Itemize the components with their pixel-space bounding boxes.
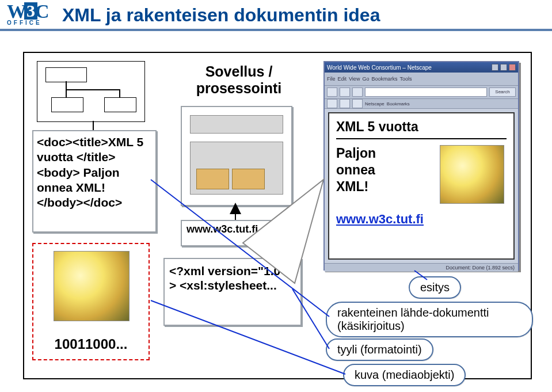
process-swatch [232, 169, 265, 189]
structure-schematic [37, 61, 145, 122]
process-window [181, 106, 292, 206]
logo-subtext: OFFICE [7, 20, 58, 26]
browser-statusbar: Document: Done (1.892 secs) [325, 263, 518, 272]
browser-menubar: FileEditViewGoBookmarksTools [325, 73, 518, 86]
rendered-rose-image [440, 145, 504, 204]
radio-icon[interactable] [352, 99, 363, 108]
min-icon[interactable] [492, 64, 498, 71]
callout-esitys: esitys [409, 276, 461, 299]
browser-toolbar: Search [325, 86, 518, 99]
process-url: www.w3c.tut.fi [186, 223, 258, 235]
xml-source-code: <doc><title>XML 5 vuotta </title> <body>… [37, 135, 152, 210]
callout-tyyli: tyyli (formatointi) [326, 338, 433, 361]
browser-linkbar: Netscape Bookmarks [325, 99, 518, 109]
schematic-node [51, 97, 83, 112]
callout-kuva: kuva (mediaobjekti) [343, 364, 466, 386]
xsl-style-box: <?xml version="1.0"?> <xsl:stylesheet... [163, 258, 302, 326]
xml-source-box: <doc><title>XML 5 vuotta </title> <body>… [32, 130, 157, 233]
rendered-body: Paljon onnea XML! [336, 145, 405, 195]
process-stub [190, 115, 283, 134]
search-button[interactable]: Search [489, 87, 516, 97]
forward-icon[interactable] [340, 87, 350, 97]
status-right: Document: Done (1.892 secs) [446, 265, 515, 271]
media-binary-box: 10011000... [32, 243, 150, 360]
mail-icon[interactable] [340, 99, 350, 108]
address-bar[interactable] [365, 87, 487, 97]
rendered-page: XML 5 vuotta Paljon onnea XML! www.w3c.t… [328, 112, 515, 260]
binary-value: 10011000... [33, 336, 149, 352]
max-icon[interactable] [500, 64, 507, 71]
schematic-node [45, 67, 87, 82]
browser-titlebar: World Wide Web Consortium – Netscape [325, 62, 518, 73]
header-rule [0, 29, 552, 31]
browser-window: World Wide Web Consortium – Netscape Fil… [323, 61, 519, 271]
xsl-style-code: <?xml version="1.0"?> <xsl:stylesheet... [169, 264, 296, 292]
close-icon[interactable] [509, 64, 516, 71]
browser-title: World Wide Web Consortium – Netscape [327, 64, 490, 71]
diagram-canvas: <doc><title>XML 5 vuotta </title> <body>… [23, 52, 532, 379]
w3c-office-logo: W3C OFFICE [7, 2, 58, 29]
process-url-box: www.w3c.tut.fi [181, 220, 302, 246]
schematic-node [104, 97, 136, 112]
back-icon[interactable] [327, 87, 337, 97]
process-stub [190, 142, 283, 195]
home-icon[interactable] [327, 99, 337, 108]
reload-icon[interactable] [352, 87, 363, 97]
process-label: Sovellus / prosessointi [184, 63, 294, 97]
process-swatch [196, 169, 229, 189]
callout-rakenteinen: rakenteinen lähde-dokumentti (käsikirjoi… [326, 302, 533, 337]
rendered-rule [336, 138, 507, 139]
stage: W3C OFFICE XML ja rakenteisen dokumentin… [0, 0, 552, 392]
rose-image [54, 251, 130, 321]
rendered-heading: XML 5 vuotta [336, 119, 507, 135]
rendered-link[interactable]: www.w3c.tut.fi [336, 212, 507, 227]
page-title: XML ja rakenteisen dokumentin idea [62, 5, 380, 26]
